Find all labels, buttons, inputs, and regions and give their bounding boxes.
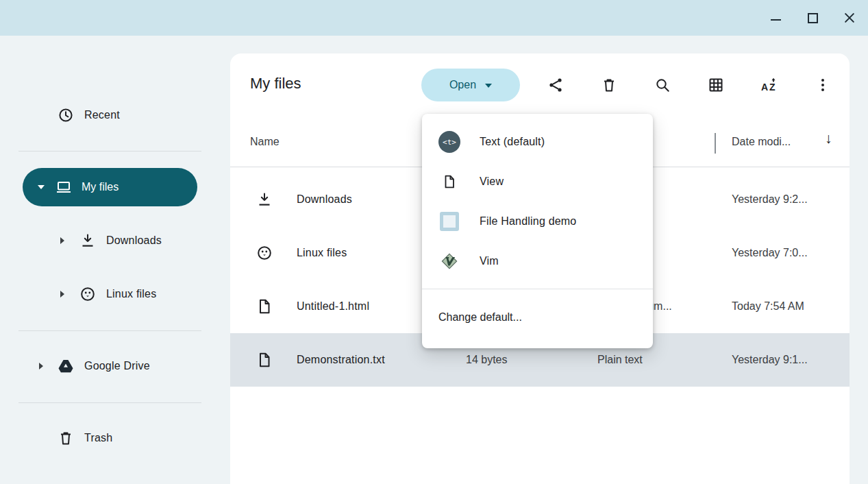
download-icon — [256, 191, 273, 208]
column-header-date[interactable]: Date modi... — [732, 136, 791, 148]
sidebar-divider — [18, 151, 201, 152]
close-icon — [843, 11, 856, 25]
files-app-window: Recent My files Downloads Linux files — [0, 0, 868, 484]
delete-button[interactable] — [593, 69, 625, 101]
sidebar-item-linux-files[interactable]: Linux files — [0, 276, 230, 312]
penguin-icon — [79, 286, 96, 302]
sidebar-divider — [18, 330, 201, 331]
menu-item-vim[interactable]: Vim — [422, 241, 653, 281]
chevron-down-icon — [485, 84, 492, 88]
sidebar-item-downloads[interactable]: Downloads — [0, 223, 230, 258]
menu-item-file-handling-demo[interactable]: File Handling demo — [422, 202, 653, 241]
clock-icon — [58, 107, 74, 123]
penguin-icon — [256, 245, 273, 261]
file-handling-demo-icon — [440, 212, 459, 231]
menu-item-text-default[interactable]: <t> Text (default) — [422, 122, 653, 162]
sidebar-item-label: My files — [82, 181, 119, 193]
maximize-button[interactable] — [804, 9, 821, 27]
google-drive-icon — [58, 358, 74, 374]
file-name: Downloads — [297, 193, 352, 206]
menu-item-view[interactable]: View — [422, 162, 653, 202]
maximize-icon — [808, 13, 818, 23]
text-app-icon: <t> — [438, 131, 460, 153]
svg-text:Z: Z — [769, 82, 776, 93]
search-button[interactable] — [646, 69, 679, 101]
sidebar-item-my-files[interactable]: My files — [23, 168, 197, 206]
menu-item-label: File Handling demo — [480, 215, 576, 228]
trash-icon — [601, 77, 617, 93]
share-button[interactable] — [539, 69, 572, 101]
sidebar-item-label: Linux files — [106, 288, 156, 300]
kebab-menu-icon — [815, 77, 831, 93]
sidebar-item-label: Google Drive — [84, 360, 150, 372]
sidebar-divider — [18, 402, 201, 403]
file-date: Yesterday 7:0... — [732, 247, 808, 259]
sort-az-icon: AZ — [760, 76, 778, 94]
file-date: Today 7:54 AM — [732, 300, 804, 313]
menu-item-label: Vim — [480, 255, 499, 267]
text-app-badge: <t> — [443, 138, 456, 147]
column-header-name[interactable]: Name — [250, 136, 280, 148]
vim-icon — [438, 250, 460, 272]
file-name: Demonstration.txt — [297, 354, 385, 366]
sidebar-item-label: Trash — [84, 432, 112, 444]
share-icon — [547, 77, 564, 93]
menu-item-label: Text (default) — [480, 136, 545, 148]
sidebar-item-trash[interactable]: Trash — [0, 420, 230, 456]
document-icon — [438, 171, 460, 193]
chevron-right-icon[interactable] — [39, 363, 43, 370]
svg-text:A: A — [761, 82, 768, 93]
expand-caret-icon[interactable] — [38, 185, 45, 189]
open-button-label: Open — [449, 79, 476, 91]
window-controls — [767, 9, 858, 27]
sidebar-item-google-drive[interactable]: Google Drive — [0, 348, 230, 384]
sidebar-item-label: Downloads — [106, 234, 162, 247]
menu-item-change-default[interactable]: Change default... — [422, 298, 653, 337]
minimize-icon — [771, 19, 781, 21]
menu-item-label: View — [480, 176, 504, 188]
file-icon — [256, 298, 273, 315]
titlebar — [0, 0, 868, 36]
search-icon — [654, 77, 671, 93]
grid-view-button[interactable] — [699, 69, 732, 101]
open-with-menu: <t> Text (default) View File Handling de… — [422, 114, 653, 348]
file-name: Untitled-1.html — [297, 300, 369, 313]
laptop-icon — [55, 179, 72, 195]
sort-button[interactable]: AZ — [753, 69, 786, 101]
chevron-right-icon[interactable] — [60, 237, 64, 244]
sidebar-item-recent[interactable]: Recent — [0, 97, 230, 133]
grid-icon — [708, 77, 724, 93]
sidebar-item-label: Recent — [84, 109, 120, 121]
file-date: Yesterday 9:2... — [732, 193, 808, 206]
file-type: Plain text — [597, 354, 643, 366]
menu-divider — [422, 289, 653, 289]
close-button[interactable] — [841, 9, 858, 27]
download-icon — [79, 232, 96, 249]
file-icon — [256, 352, 273, 368]
chevron-right-icon[interactable] — [60, 291, 64, 298]
open-button[interactable]: Open — [421, 69, 520, 101]
file-date: Yesterday 9:1... — [732, 354, 808, 366]
column-separator — [715, 133, 716, 154]
sort-direction-icon: ↓ — [825, 130, 832, 147]
minimize-button[interactable] — [767, 9, 784, 27]
page-title: My files — [250, 75, 301, 93]
trash-icon — [58, 430, 74, 446]
more-options-button[interactable] — [806, 69, 839, 101]
file-name: Linux files — [297, 247, 347, 259]
file-list-panel: My files Open AZ Name Date modi... ↓ — [230, 53, 850, 484]
file-size: 14 bytes — [466, 354, 507, 366]
sidebar: Recent My files Downloads Linux files — [0, 36, 230, 484]
